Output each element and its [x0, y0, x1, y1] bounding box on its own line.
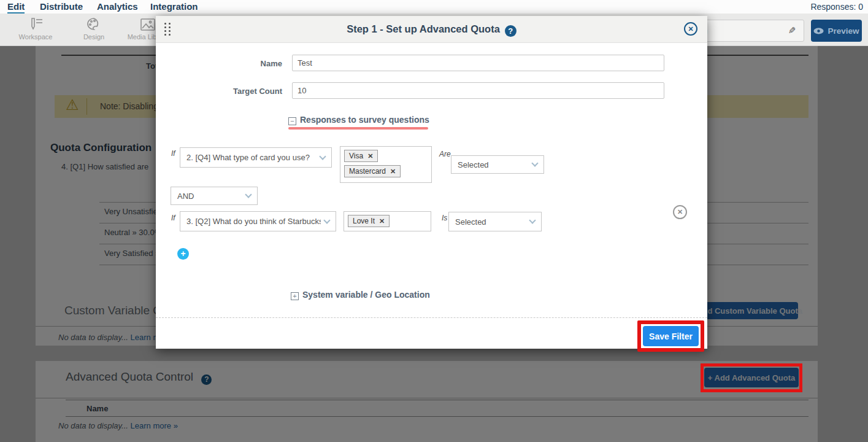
responses-count: Responses: 0 [810, 2, 863, 12]
workspace-button[interactable]: Workspace [8, 17, 63, 41]
tab-edit[interactable]: Edit [7, 1, 25, 14]
question-select[interactable]: 2. [Q4] What type of card you use? [180, 147, 332, 168]
tab-distribute[interactable]: Distribute [40, 1, 83, 12]
operator-label: Are [439, 150, 451, 158]
preview-button-label: Preview [828, 26, 859, 36]
answer-tag: Love It✕ [348, 215, 390, 227]
chevron-down-icon [319, 153, 326, 160]
remove-tag-icon[interactable]: ✕ [390, 168, 396, 176]
answer-tag: Mastercard✕ [344, 165, 401, 177]
close-icon[interactable]: ✕ [684, 22, 697, 36]
responses-section-underline [288, 127, 428, 130]
remove-tag-icon[interactable]: ✕ [367, 152, 373, 160]
joiner-select-value: AND [177, 192, 242, 201]
name-input[interactable] [292, 55, 664, 71]
operator-label: Is [442, 214, 447, 222]
modal-footer: Save Filter [156, 317, 707, 349]
remove-condition-icon[interactable]: ✕ [673, 205, 687, 219]
operator-select-value: Selected [455, 217, 526, 227]
modal-title: Step 1 - Set up Advanced Quota [347, 23, 500, 34]
responses-section-title: Responses to survey questions [300, 115, 429, 125]
question-select-value: 3. [Q2] What do you think of Starbucks..… [186, 217, 321, 226]
advanced-quota-modal: Step 1 - Set up Advanced Quota? ✕ Name T… [156, 16, 707, 349]
operator-select[interactable]: Selected [451, 155, 544, 174]
chevron-down-icon [531, 160, 538, 166]
help-icon[interactable]: ? [505, 25, 517, 37]
responses-section-toggle[interactable]: −Responses to survey questions [288, 115, 429, 125]
remove-tag-icon[interactable]: ✕ [379, 217, 385, 225]
save-filter-button[interactable]: Save Filter [643, 326, 699, 346]
top-navigation: Edit Distribute Analytics Integration Re… [0, 0, 868, 14]
tab-analytics[interactable]: Analytics [97, 1, 138, 12]
tag-label: Visa [349, 152, 363, 160]
operator-select[interactable]: Selected [448, 212, 542, 231]
workspace-icon [28, 17, 44, 32]
system-section-toggle[interactable]: +System variable / Geo Location [291, 290, 430, 300]
if-label: If [171, 149, 175, 158]
collapse-icon: − [288, 117, 296, 125]
chevron-down-icon [529, 217, 536, 223]
if-label: If [171, 214, 175, 222]
design-icon [86, 17, 102, 32]
chevron-down-icon [323, 217, 330, 223]
target-count-label: Target Count [221, 87, 282, 96]
question-select-value: 2. [Q4] What type of card you use? [186, 153, 317, 162]
toolbar-button-label: Workspace [8, 33, 63, 41]
name-label: Name [221, 59, 282, 68]
target-count-input[interactable] [292, 82, 664, 99]
modal-header: Step 1 - Set up Advanced Quota? ✕ [156, 16, 707, 43]
tag-label: Mastercard [349, 167, 386, 176]
edit-url-pencil-icon[interactable]: ✎ [788, 20, 796, 41]
answer-tag: Visa✕ [344, 150, 378, 162]
chevron-down-icon [245, 191, 252, 198]
add-condition-icon[interactable]: + [177, 248, 189, 260]
operator-select-value: Selected [458, 160, 529, 169]
preview-eye-icon [813, 28, 824, 34]
expand-icon: + [291, 292, 299, 300]
system-section-title: System variable / Geo Location [302, 290, 430, 300]
joiner-select[interactable]: AND [171, 187, 258, 205]
toolbar-button-label: Design [66, 33, 121, 41]
media-library-icon [140, 17, 156, 32]
tag-label: Love It [353, 217, 375, 225]
design-button[interactable]: Design [66, 17, 121, 41]
tab-integration[interactable]: Integration [150, 1, 198, 12]
modal-title-row: Step 1 - Set up Advanced Quota? [156, 23, 707, 37]
answer-tags-box[interactable]: Visa✕ Mastercard✕ [340, 146, 432, 183]
save-filter-annotation-box: Save Filter [637, 320, 704, 352]
question-select[interactable]: 3. [Q2] What do you think of Starbucks..… [180, 211, 336, 231]
preview-button[interactable]: Preview [811, 20, 862, 42]
answer-tags-box[interactable]: Love It✕ [344, 211, 431, 231]
